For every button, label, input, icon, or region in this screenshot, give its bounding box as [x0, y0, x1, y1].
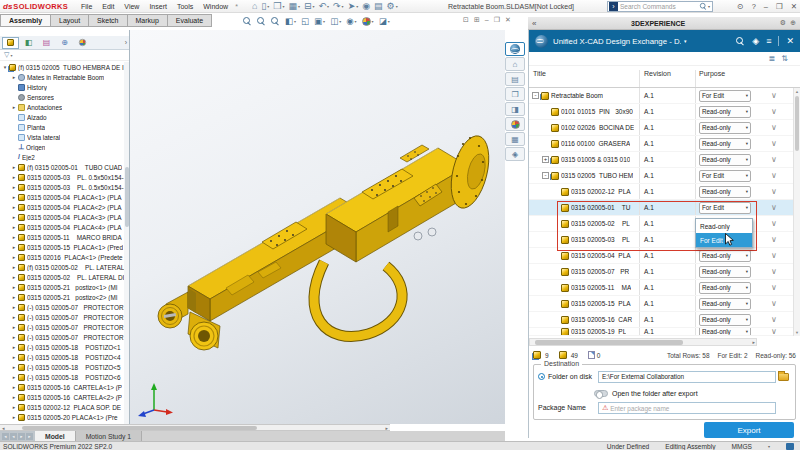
- dropdown-option-foredit[interactable]: For Edit: [696, 233, 752, 247]
- menu-item[interactable]: View: [119, 2, 144, 11]
- row-chevron-icon[interactable]: ∨: [755, 139, 793, 148]
- tree-expand-arrow-icon[interactable]: ▸: [11, 414, 17, 420]
- viewport-horizontal-scrollbar[interactable]: ◂▸: [0, 424, 390, 431]
- menu-item[interactable]: Edit: [97, 2, 119, 11]
- tree-scrollbar[interactable]: [124, 62, 129, 424]
- tree-expand-arrow-icon[interactable]: ▸: [11, 74, 17, 80]
- tree-item[interactable]: ▾ (f) 0315 02005_TUBO HEMBRA DE I: [0, 62, 124, 72]
- boom-model[interactable]: [130, 30, 505, 424]
- open-after-export-toggle[interactable]: [594, 390, 608, 397]
- dropdown-option-readonly[interactable]: Read-only: [696, 219, 752, 233]
- purpose-dropdown[interactable]: Read-only▾: [699, 154, 751, 166]
- rebuild-icon[interactable]: ◉▾: [362, 1, 370, 12]
- restore-icon[interactable]: ❐: [776, 2, 783, 11]
- tree-item[interactable]: ▸ 0315 02005-03 _ PL. 0.5x50x154-: [0, 182, 124, 192]
- commandmanager-tab-markup[interactable]: Markup: [128, 14, 168, 27]
- purpose-dropdown[interactable]: Read-only▾: [699, 328, 751, 336]
- dimxpertmanager-tab[interactable]: ⊕: [56, 37, 73, 49]
- row-chevron-icon[interactable]: ∨: [755, 203, 793, 212]
- open-folder-icon[interactable]: [778, 373, 789, 381]
- tab-nav-arrows[interactable]: ◂◂▸▸: [0, 431, 35, 441]
- tree-item[interactable]: ▸ (-) 0315 02005-07_ PROTECTOR: [0, 302, 124, 312]
- design-library-tab[interactable]: ▤: [505, 72, 525, 86]
- tree-item[interactable]: Alzado: [0, 112, 124, 122]
- options-icon[interactable]: ⚙▾: [387, 1, 398, 12]
- tree-expand-arrow-icon[interactable]: ▸: [11, 244, 17, 250]
- tree-expand-arrow-icon[interactable]: ▸: [11, 344, 17, 350]
- table-row[interactable]: 0101 01015_PIN _30x90 A.1 Read-only▾ ∨: [529, 104, 793, 120]
- package-name-input[interactable]: ⚠ Enter package name: [598, 402, 776, 414]
- tree-expand-arrow-icon[interactable]: ▸: [11, 274, 17, 280]
- tree-item[interactable]: ▸ (-) 0315 02005-18 _ POSTIZO<4: [0, 352, 124, 362]
- tree-expand-arrow-icon[interactable]: ▸: [11, 264, 17, 270]
- table-row[interactable]: 0315 02005-02 _ PL A.1 Read-only▾ ∨: [529, 216, 793, 232]
- row-chevron-icon[interactable]: ∨: [755, 187, 793, 196]
- tree-item[interactable]: ▸ (-) 0315 02005-07_ PROTECTOR: [0, 332, 124, 342]
- tree-expand-arrow-icon[interactable]: ▸: [11, 364, 17, 370]
- purpose-dropdown[interactable]: Read-only▾: [699, 138, 751, 150]
- tree-item[interactable]: ▸ 0315 02005-21_ postizo<1> (MI: [0, 282, 124, 292]
- tree-item[interactable]: Sensores: [0, 92, 124, 102]
- sw-resources-tab[interactable]: ⌂: [505, 57, 525, 71]
- commandmanager-tab-assembly[interactable]: Assembly: [0, 14, 51, 27]
- pin-icon[interactable]: ⊕: [790, 19, 796, 27]
- tree-expand-arrow-icon[interactable]: ▸: [11, 404, 17, 410]
- row-expander[interactable]: +: [542, 156, 549, 163]
- purpose-dropdown[interactable]: Read-only▾: [699, 314, 751, 326]
- row-chevron-icon[interactable]: ∨: [755, 315, 793, 324]
- print-icon[interactable]: ⊟▾: [304, 1, 315, 12]
- tree-expand-arrow-icon[interactable]: ▸: [11, 314, 17, 320]
- open-icon[interactable]: ❒▾: [273, 1, 284, 12]
- doc-cascade-icon[interactable]: ⊡: [463, 16, 469, 24]
- menu-item[interactable]: File: [76, 2, 97, 11]
- propertymanager-tab[interactable]: ◧: [20, 37, 37, 49]
- tab-motion-study[interactable]: Motion Study 1: [76, 431, 142, 441]
- tree-expand-arrow-icon[interactable]: ▸: [11, 194, 17, 200]
- filter-funnel-icon[interactable]: ▽: [4, 51, 9, 59]
- 3dexperience-tab[interactable]: [505, 42, 525, 56]
- minimize-icon[interactable]: –: [764, 2, 768, 11]
- tree-expand-arrow-icon[interactable]: ▸: [11, 384, 17, 390]
- search-commands-box[interactable]: › Search Commands ▾: [607, 1, 713, 12]
- tree-expand-arrow-icon[interactable]: ▸: [11, 304, 17, 310]
- row-chevron-icon[interactable]: ∨: [755, 283, 793, 292]
- table-row[interactable]: 0315 02005-01 _ TU A.1 For Edit▾ ∨: [529, 200, 793, 216]
- search-input[interactable]: Search Commands: [620, 3, 699, 10]
- tree-item[interactable]: ▸ 0315 02005-04_PLACA<1> (PLA: [0, 192, 124, 202]
- row-chevron-icon[interactable]: ∨: [755, 251, 793, 260]
- table-row[interactable]: 0315 02005-07_ PR A.1 Read-only▾ ∨: [529, 264, 793, 280]
- tree-expand-arrow-icon[interactable]: ▸: [11, 204, 17, 210]
- row-chevron-icon[interactable]: ∨: [755, 91, 793, 100]
- tree-item[interactable]: ▸ (-) 0315 02005-18 _ POSTIZO<5: [0, 362, 124, 372]
- redo-icon[interactable]: ↷▾: [333, 1, 344, 12]
- doc-tile-icon[interactable]: ⊞: [474, 16, 480, 24]
- display-style-icon[interactable]: ◫▾: [330, 16, 341, 26]
- pin-menu-icon[interactable]: *: [235, 3, 238, 10]
- menu-item[interactable]: Window: [198, 2, 233, 11]
- help-icon[interactable]: ?: [752, 2, 756, 11]
- tree-item[interactable]: ▸ 0315 02005-04_PLACA<2> (PLA: [0, 202, 124, 212]
- menu-icon[interactable]: ≡: [766, 36, 771, 46]
- purpose-dropdown[interactable]: For Edit▾: [699, 202, 751, 214]
- commandmanager-tab-evaluate[interactable]: Evaluate: [168, 14, 212, 27]
- commandmanager-tab-sketch[interactable]: Sketch: [89, 14, 127, 27]
- row-chevron-icon[interactable]: ∨: [755, 267, 793, 276]
- row-chevron-icon[interactable]: ∨: [755, 107, 793, 116]
- doc-restore-icon[interactable]: ❐: [494, 16, 500, 24]
- tree-item[interactable]: ▸ (-) 0315 02005-18 _ POSTIZO<1: [0, 342, 124, 352]
- displaymanager-tab[interactable]: [74, 37, 91, 49]
- undo-icon[interactable]: ↶▾: [319, 1, 330, 12]
- appearances-tab[interactable]: [505, 117, 525, 131]
- search-icon[interactable]: [736, 37, 745, 46]
- tree-item[interactable]: ▸ 0315 02016_PLACA<1> (Predete: [0, 252, 124, 262]
- table-row[interactable]: 0315 02005-19_PL A.1 Read-only▾ ∨: [529, 328, 793, 336]
- tree-expand-arrow-icon[interactable]: ▸: [11, 104, 17, 110]
- home-icon[interactable]: ⌂▾: [252, 1, 257, 12]
- tree-item[interactable]: ▸ 0315 02005-16_CARTELA<2> (P: [0, 392, 124, 402]
- file-explorer-tab[interactable]: ❒: [505, 87, 525, 101]
- tree-item[interactable]: ⊥ Origen: [0, 142, 124, 152]
- row-chevron-icon[interactable]: ∨: [755, 123, 793, 132]
- purpose-dropdown[interactable]: For Edit▾: [699, 90, 751, 102]
- table-row[interactable]: 0315 02005-16_CAR A.1 Read-only▾ ∨: [529, 312, 793, 328]
- tag-icon[interactable]: ◈: [752, 36, 759, 46]
